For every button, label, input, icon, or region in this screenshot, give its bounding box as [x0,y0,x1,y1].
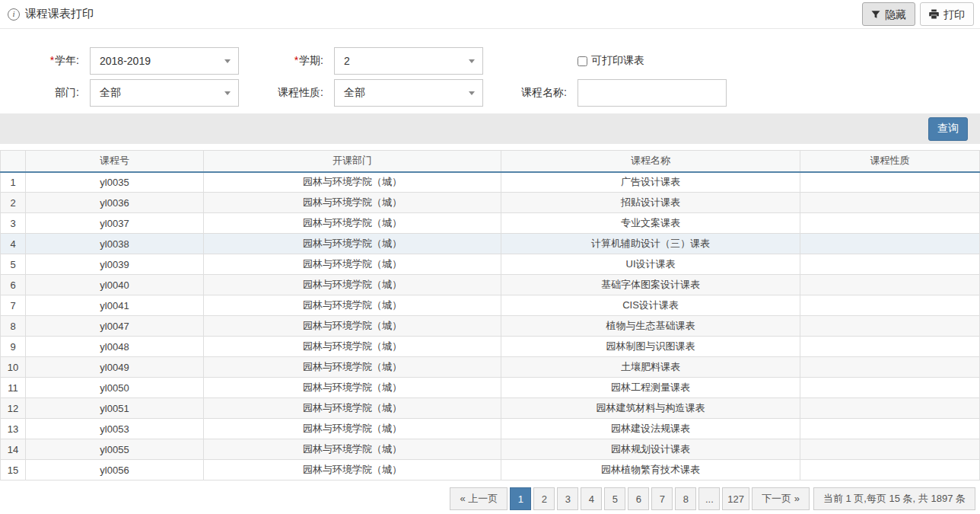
course-nature-select[interactable]: 全部 [334,79,483,107]
row-index-cell: 4 [1,234,26,254]
table-row[interactable]: 2yl0036园林与环境学院（城）招贴设计课表 [1,193,980,213]
table-row[interactable]: 5yl0039园林与环境学院（城）UI设计课表 [1,254,980,275]
course-name-cell: UI设计课表 [501,254,800,275]
department-cell: 园林与环境学院（城） [204,234,501,254]
table-row[interactable]: 12yl0051园林与环境学院（城）园林建筑材料与构造课表 [1,398,980,419]
table-row[interactable]: 11yl0050园林与环境学院（城）园林工程测量课表 [1,378,980,398]
row-index-cell: 2 [1,193,26,213]
course-timetable-print-page: i 课程课表打印 隐藏 打印 *学年: 2018-201 [0,0,980,510]
pagination-page-button[interactable]: 8 [675,487,696,510]
department-cell: 园林与环境学院（城） [204,419,501,439]
filter-row-1: *学年: 2018-2019 *学期: 2 可打印课表 [11,47,980,75]
course-no-cell: yl0035 [26,172,204,193]
department-cell: 园林与环境学院（城） [204,460,501,480]
course-no-cell: yl0051 [26,398,204,419]
column-header-course-name: 课程名称 [501,151,800,172]
row-index-cell: 1 [1,172,26,193]
printable-checkbox-label[interactable]: 可打印课表 [578,54,644,68]
department-select[interactable]: 全部 [90,79,239,107]
course-nature-label: 课程性质: [255,86,323,100]
title-bar: i 课程课表打印 隐藏 打印 [0,0,980,29]
printer-icon [929,9,939,19]
table-row[interactable]: 15yl0056园林与环境学院（城）园林植物繁育技术课表 [1,460,980,480]
table-row[interactable]: 14yl0055园林与环境学院（城）园林规划设计课表 [1,439,980,460]
row-index-cell: 12 [1,398,26,419]
department-cell: 园林与环境学院（城） [204,398,501,419]
pagination-page-button[interactable]: 7 [651,487,673,510]
row-index-cell: 3 [1,213,26,234]
pagination-page-button[interactable]: 4 [581,487,602,510]
course-name-cell: 广告设计课表 [501,172,800,193]
hide-filters-button[interactable]: 隐藏 [862,2,915,26]
pagination-page-button[interactable]: 5 [604,487,625,510]
row-index-cell: 10 [1,357,26,378]
pagination-page-button[interactable]: 3 [557,487,578,510]
course-no-cell: yl0048 [26,337,204,357]
course-no-cell: yl0037 [26,213,204,234]
filter-panel: *学年: 2018-2019 *学期: 2 可打印课表 [0,29,980,113]
department-label: 部门: [11,86,79,100]
course-no-cell: yl0049 [26,357,204,378]
term-label: *学期: [255,54,323,68]
table-row[interactable]: 8yl0047园林与环境学院（城）植物与生态基础课表 [1,316,980,337]
table-row[interactable]: 9yl0048园林与环境学院（城）园林制图与识图课表 [1,337,980,357]
course-name-filter-group: 课程名称: [498,79,727,107]
pagination-page-button[interactable]: 1 [510,487,531,510]
department-cell: 园林与环境学院（城） [204,213,501,234]
department-cell: 园林与环境学院（城） [204,254,501,275]
column-header-course-nature: 课程性质 [800,151,980,172]
department-cell: 园林与环境学院（城） [204,193,501,213]
course-no-cell: yl0036 [26,193,204,213]
pagination-page-button[interactable]: 127 [722,487,749,510]
course-name-input[interactable] [578,79,727,107]
query-button[interactable]: 查询 [928,117,968,141]
course-nature-cell [800,234,980,254]
course-no-cell: yl0053 [26,419,204,439]
table-row[interactable]: 7yl0041园林与环境学院（城）CIS设计课表 [1,295,980,316]
term-select-value: 2 [344,55,350,67]
required-mark: * [294,54,298,66]
pagination-ellipsis: ... [698,487,720,510]
course-name-cell: CIS设计课表 [501,295,800,316]
course-nature-cell [800,419,980,439]
page-title: 课程课表打印 [25,7,94,21]
table-row[interactable]: 4yl0038园林与环境学院（城）计算机辅助设计（三）课表 [1,234,980,254]
course-no-cell: yl0056 [26,460,204,480]
row-index-cell: 13 [1,419,26,439]
info-icon: i [8,8,20,21]
chevron-down-icon [224,91,231,95]
course-nature-select-value: 全部 [344,86,365,100]
results-table-wrap: 课程号 开课部门 课程名称 课程性质 1yl0035园林与环境学院（城）广告设计… [0,150,980,480]
pagination-page-button[interactable]: 6 [628,487,649,510]
course-nature-cell [800,213,980,234]
course-nature-cell [800,193,980,213]
table-row[interactable]: 3yl0037园林与环境学院（城）专业文案课表 [1,213,980,234]
course-no-cell: yl0055 [26,439,204,460]
pagination-next-button[interactable]: 下一页 » [752,487,810,510]
table-row[interactable]: 13yl0053园林与环境学院（城）园林建设法规课表 [1,419,980,439]
year-select[interactable]: 2018-2019 [90,47,239,75]
course-name-cell: 园林制图与识图课表 [501,337,800,357]
filter-funnel-icon [871,10,880,19]
course-name-cell: 专业文案课表 [501,213,800,234]
chevron-down-icon [469,91,475,95]
table-row[interactable]: 1yl0035园林与环境学院（城）广告设计课表 [1,172,980,193]
column-header-course-no: 课程号 [26,151,204,172]
term-select[interactable]: 2 [334,47,483,75]
table-row[interactable]: 10yl0049园林与环境学院（城）土壤肥料课表 [1,357,980,378]
course-nature-cell [800,337,980,357]
table-row[interactable]: 6yl0040园林与环境学院（城）基础字体图案设计课表 [1,275,980,295]
pagination-page-button[interactable]: 2 [533,487,555,510]
print-button[interactable]: 打印 [920,2,974,26]
table-header-row: 课程号 开课部门 课程名称 课程性质 [1,151,980,172]
pagination-prev-button[interactable]: « 上一页 [450,487,508,510]
course-name-cell: 土壤肥料课表 [501,357,800,378]
printable-checkbox[interactable] [578,56,587,66]
row-index-cell: 15 [1,460,26,480]
department-cell: 园林与环境学院（城） [204,357,501,378]
course-nature-cell [800,275,980,295]
course-nature-cell [800,357,980,378]
column-header-department: 开课部门 [204,151,501,172]
course-no-cell: yl0038 [26,234,204,254]
filter-row-2: 部门: 全部 课程性质: 全部 课程名称: [11,79,980,107]
